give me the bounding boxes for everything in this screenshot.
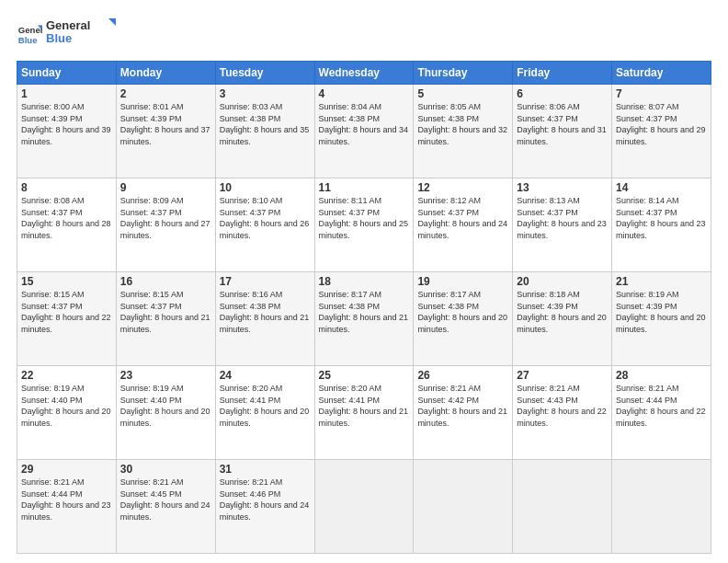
day-number: 2: [120, 87, 211, 100]
calendar-day-cell: 31Sunrise: 8:21 AMSunset: 4:46 PMDayligh…: [215, 460, 314, 554]
day-number: 22: [21, 369, 112, 382]
day-number: 5: [417, 87, 508, 100]
calendar-day-cell: 24Sunrise: 8:20 AMSunset: 4:41 PMDayligh…: [215, 366, 314, 460]
cell-info: Sunrise: 8:00 AMSunset: 4:39 PMDaylight:…: [21, 102, 111, 146]
calendar-day-cell: 2Sunrise: 8:01 AMSunset: 4:39 PMDaylight…: [116, 85, 215, 178]
calendar-day-header: Tuesday: [215, 62, 314, 85]
calendar-day-cell: 20Sunrise: 8:18 AMSunset: 4:39 PMDayligh…: [513, 272, 612, 366]
day-number: 4: [319, 87, 410, 100]
calendar-week-row: 8Sunrise: 8:08 AMSunset: 4:37 PMDaylight…: [17, 178, 711, 272]
day-number: 14: [616, 181, 707, 194]
calendar-header-row: SundayMondayTuesdayWednesdayThursdayFrid…: [17, 62, 711, 85]
day-number: 29: [21, 463, 112, 476]
calendar-day-cell: 26Sunrise: 8:21 AMSunset: 4:42 PMDayligh…: [414, 366, 513, 460]
cell-info: Sunrise: 8:01 AMSunset: 4:39 PMDaylight:…: [120, 102, 210, 146]
cell-info: Sunrise: 8:17 AMSunset: 4:38 PMDaylight:…: [417, 290, 507, 334]
calendar-day-cell: [612, 460, 711, 554]
calendar-table: SundayMondayTuesdayWednesdayThursdayFrid…: [17, 61, 711, 554]
day-number: 17: [220, 275, 311, 288]
cell-info: Sunrise: 8:11 AMSunset: 4:37 PMDaylight:…: [319, 196, 409, 240]
cell-info: Sunrise: 8:12 AMSunset: 4:37 PMDaylight:…: [417, 196, 507, 240]
day-number: 9: [120, 181, 211, 194]
day-number: 23: [120, 369, 211, 382]
cell-info: Sunrise: 8:06 AMSunset: 4:37 PMDaylight:…: [517, 102, 607, 146]
calendar-day-cell: [414, 460, 513, 554]
calendar-day-cell: 22Sunrise: 8:19 AMSunset: 4:40 PMDayligh…: [17, 366, 117, 460]
calendar-day-cell: 15Sunrise: 8:15 AMSunset: 4:37 PMDayligh…: [17, 272, 117, 366]
calendar-day-cell: 14Sunrise: 8:14 AMSunset: 4:37 PMDayligh…: [612, 178, 711, 272]
svg-text:General: General: [46, 18, 90, 32]
calendar-week-row: 22Sunrise: 8:19 AMSunset: 4:40 PMDayligh…: [17, 366, 711, 460]
cell-info: Sunrise: 8:03 AMSunset: 4:38 PMDaylight:…: [220, 102, 310, 146]
day-number: 10: [220, 181, 311, 194]
day-number: 16: [120, 275, 211, 288]
calendar-day-cell: 13Sunrise: 8:13 AMSunset: 4:37 PMDayligh…: [513, 178, 612, 272]
calendar-day-header: Friday: [513, 62, 612, 85]
calendar-week-row: 15Sunrise: 8:15 AMSunset: 4:37 PMDayligh…: [17, 272, 711, 366]
day-number: 18: [319, 275, 410, 288]
cell-info: Sunrise: 8:14 AMSunset: 4:37 PMDaylight:…: [616, 196, 706, 240]
cell-info: Sunrise: 8:21 AMSunset: 4:45 PMDaylight:…: [120, 477, 210, 522]
logo: General Blue General Blue: [17, 17, 119, 53]
day-number: 7: [616, 87, 707, 100]
cell-info: Sunrise: 8:18 AMSunset: 4:39 PMDaylight:…: [517, 290, 607, 334]
calendar-day-cell: 30Sunrise: 8:21 AMSunset: 4:45 PMDayligh…: [116, 460, 215, 554]
cell-info: Sunrise: 8:17 AMSunset: 4:38 PMDaylight:…: [319, 290, 409, 334]
calendar-day-cell: 6Sunrise: 8:06 AMSunset: 4:37 PMDaylight…: [513, 85, 612, 178]
cell-info: Sunrise: 8:21 AMSunset: 4:44 PMDaylight:…: [616, 384, 706, 428]
calendar-day-cell: 29Sunrise: 8:21 AMSunset: 4:44 PMDayligh…: [17, 460, 117, 554]
calendar-day-cell: 10Sunrise: 8:10 AMSunset: 4:37 PMDayligh…: [215, 178, 314, 272]
day-number: 20: [517, 275, 608, 288]
cell-info: Sunrise: 8:21 AMSunset: 4:46 PMDaylight:…: [220, 477, 310, 522]
cell-info: Sunrise: 8:04 AMSunset: 4:38 PMDaylight:…: [319, 102, 409, 146]
calendar-day-cell: 28Sunrise: 8:21 AMSunset: 4:44 PMDayligh…: [612, 366, 711, 460]
day-number: 3: [220, 87, 311, 100]
svg-text:Blue: Blue: [18, 35, 38, 45]
logo-icon: General Blue: [17, 22, 42, 48]
cell-info: Sunrise: 8:13 AMSunset: 4:37 PMDaylight:…: [517, 196, 607, 240]
day-number: 8: [21, 181, 112, 194]
cell-info: Sunrise: 8:15 AMSunset: 4:37 PMDaylight:…: [21, 290, 111, 334]
day-number: 27: [517, 369, 608, 382]
day-number: 24: [220, 369, 311, 382]
day-number: 26: [417, 369, 508, 382]
cell-info: Sunrise: 8:08 AMSunset: 4:37 PMDaylight:…: [21, 196, 111, 240]
cell-info: Sunrise: 8:20 AMSunset: 4:41 PMDaylight:…: [319, 384, 409, 428]
day-number: 28: [616, 369, 707, 382]
cell-info: Sunrise: 8:20 AMSunset: 4:41 PMDaylight:…: [220, 384, 310, 428]
cell-info: Sunrise: 8:19 AMSunset: 4:40 PMDaylight:…: [21, 384, 111, 428]
day-number: 13: [517, 181, 608, 194]
cell-info: Sunrise: 8:05 AMSunset: 4:38 PMDaylight:…: [417, 102, 507, 146]
calendar-day-cell: 8Sunrise: 8:08 AMSunset: 4:37 PMDaylight…: [17, 178, 117, 272]
calendar-day-cell: 12Sunrise: 8:12 AMSunset: 4:37 PMDayligh…: [414, 178, 513, 272]
calendar-day-cell: 16Sunrise: 8:15 AMSunset: 4:37 PMDayligh…: [116, 272, 215, 366]
day-number: 30: [120, 463, 211, 476]
calendar-day-cell: 1Sunrise: 8:00 AMSunset: 4:39 PMDaylight…: [17, 85, 117, 178]
calendar-day-header: Monday: [116, 62, 215, 85]
calendar-day-cell: 19Sunrise: 8:17 AMSunset: 4:38 PMDayligh…: [414, 272, 513, 366]
svg-text:Blue: Blue: [46, 31, 72, 45]
calendar-day-header: Thursday: [414, 62, 513, 85]
svg-text:General: General: [18, 25, 42, 35]
calendar-day-cell: 4Sunrise: 8:04 AMSunset: 4:38 PMDaylight…: [314, 85, 414, 178]
day-number: 15: [21, 275, 112, 288]
cell-info: Sunrise: 8:15 AMSunset: 4:37 PMDaylight:…: [120, 290, 210, 334]
calendar-day-cell: 7Sunrise: 8:07 AMSunset: 4:37 PMDaylight…: [612, 85, 711, 178]
page: General Blue General Blue SundayMondayTu…: [0, 0, 728, 563]
cell-info: Sunrise: 8:21 AMSunset: 4:44 PMDaylight:…: [21, 477, 111, 522]
logo-svg: General Blue: [46, 17, 119, 50]
calendar-day-cell: 9Sunrise: 8:09 AMSunset: 4:37 PMDaylight…: [116, 178, 215, 272]
calendar-day-cell: 27Sunrise: 8:21 AMSunset: 4:43 PMDayligh…: [513, 366, 612, 460]
calendar-week-row: 1Sunrise: 8:00 AMSunset: 4:39 PMDaylight…: [17, 85, 711, 178]
cell-info: Sunrise: 8:10 AMSunset: 4:37 PMDaylight:…: [220, 196, 310, 240]
calendar-day-cell: 18Sunrise: 8:17 AMSunset: 4:38 PMDayligh…: [314, 272, 414, 366]
calendar-day-cell: [513, 460, 612, 554]
calendar-day-header: Sunday: [17, 62, 117, 85]
calendar-day-cell: 11Sunrise: 8:11 AMSunset: 4:37 PMDayligh…: [314, 178, 414, 272]
svg-marker-5: [108, 18, 116, 26]
day-number: 1: [21, 87, 112, 100]
header: General Blue General Blue: [17, 17, 711, 53]
cell-info: Sunrise: 8:16 AMSunset: 4:38 PMDaylight:…: [220, 290, 310, 334]
cell-info: Sunrise: 8:19 AMSunset: 4:39 PMDaylight:…: [616, 290, 706, 334]
day-number: 11: [319, 181, 410, 194]
